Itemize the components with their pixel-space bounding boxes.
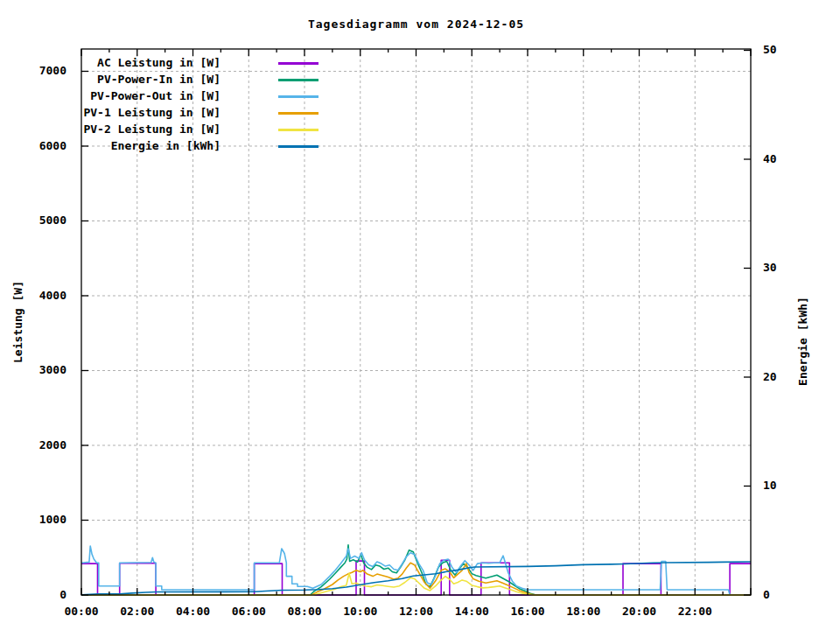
left-tick-label: 5000 <box>24 214 66 227</box>
legend-label: PV-Power-Out in [W] <box>80 89 220 102</box>
x-tick-label: 22:00 <box>668 605 721 618</box>
tagesdiagramm-chart: Tagesdiagramm vom 2024-12-05 AC Leistung… <box>0 0 840 630</box>
legend-line-sample <box>278 129 318 131</box>
legend-row: PV-Power-In in [W] <box>80 71 334 88</box>
left-tick-label: 2000 <box>24 438 66 452</box>
x-tick-label: 12:00 <box>390 605 443 618</box>
x-tick-label: 00:00 <box>55 605 108 618</box>
left-tick-label: 6000 <box>24 139 66 152</box>
x-tick-label: 08:00 <box>278 605 331 618</box>
legend-line-sample <box>278 95 318 98</box>
left-axis-title: Leistung [W] <box>11 281 24 363</box>
x-tick-label: 14:00 <box>445 605 498 618</box>
legend-row: PV-Power-Out in [W] <box>80 88 334 104</box>
legend-label: AC Leistung in [W] <box>80 56 220 69</box>
legend-label: PV-Power-In in [W] <box>80 73 220 86</box>
legend-row: Energie in [kWh] <box>80 137 334 154</box>
right-tick-label: 40 <box>763 152 802 165</box>
legend-row: PV-1 Leistung in [W] <box>80 104 334 121</box>
right-tick-label: 10 <box>763 479 802 492</box>
left-tick-label: 0 <box>24 588 66 601</box>
legend-line-sample <box>278 62 318 65</box>
left-tick-label: 3000 <box>24 363 66 376</box>
legend-label: PV-1 Leistung in [W] <box>80 106 220 119</box>
legend-row: PV-2 Leistung in [W] <box>80 121 334 137</box>
right-tick-label: 30 <box>763 261 802 274</box>
x-tick-label: 18:00 <box>557 605 610 618</box>
left-tick-label: 4000 <box>24 289 66 302</box>
legend: AC Leistung in [W]PV-Power-In in [W]PV-P… <box>80 54 334 154</box>
legend-label: Energie in [kWh] <box>80 139 220 152</box>
left-tick-label: 1000 <box>24 513 66 526</box>
legend-label: PV-2 Leistung in [W] <box>80 122 220 136</box>
left-tick-label: 7000 <box>24 64 66 77</box>
x-tick-label: 04:00 <box>167 605 220 618</box>
right-tick-label: 0 <box>763 588 802 601</box>
legend-row: AC Leistung in [W] <box>80 54 334 71</box>
x-tick-label: 10:00 <box>334 605 387 618</box>
x-tick-label: 16:00 <box>501 605 554 618</box>
x-tick-label: 02:00 <box>111 605 164 618</box>
right-tick-label: 50 <box>763 43 802 56</box>
legend-line-sample <box>278 79 318 81</box>
legend-line-sample <box>278 145 318 148</box>
x-tick-label: 20:00 <box>613 605 666 618</box>
x-tick-label: 06:00 <box>222 605 275 618</box>
legend-line-sample <box>278 112 318 115</box>
right-axis-title: Energie [kWh] <box>796 297 809 386</box>
